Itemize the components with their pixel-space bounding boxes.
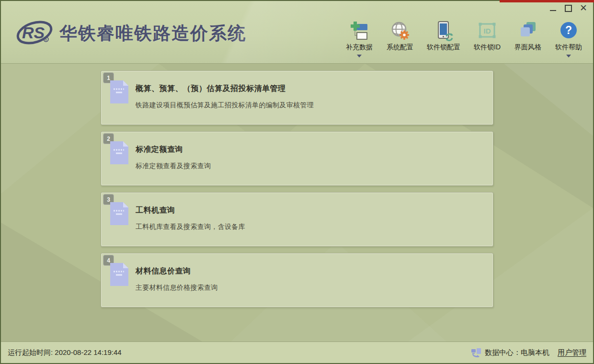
toolbar-item-software-help[interactable]: ? 软件帮助: [555, 20, 583, 60]
card-title: 标准定额查询: [136, 145, 483, 155]
svg-text:ID: ID: [484, 27, 491, 35]
card-title: 材料信息价查询: [136, 266, 483, 276]
phone-sync-icon: [433, 20, 454, 41]
toolbar: 补充数据: [345, 1, 583, 60]
toolbar-label: 补充数据: [346, 43, 373, 52]
close-button[interactable]: ✕: [580, 4, 587, 12]
svg-text:R: R: [45, 38, 47, 42]
window-controls: ✕: [549, 4, 587, 12]
card-description: 主要材料信息价格搜索查询: [136, 284, 483, 292]
run-start-value: 2020-08-22 14:19:44: [55, 348, 121, 356]
toolbar-item-softlock-id[interactable]: ID 软件锁ID: [473, 20, 501, 57]
toolbar-label: 界面风格: [514, 43, 541, 52]
card-standard-quota-query[interactable]: 2 标准定额查询 标准定额查看及搜索查询: [101, 131, 493, 186]
card-description: 标准定额查看及搜索查询: [136, 162, 483, 171]
toolbar-item-supplementary-data[interactable]: 补充数据: [345, 20, 373, 60]
document-icon: [109, 262, 129, 287]
toolbar-item-ui-style[interactable]: 界面风格: [514, 20, 542, 57]
card-title: 工料机查询: [136, 205, 483, 216]
run-start-time: 运行起始时间: 2020-08-22 14:19:44: [8, 348, 122, 357]
add-data-icon: [349, 20, 370, 41]
toolbar-label: 软件锁ID: [474, 43, 501, 52]
card-budget-management[interactable]: 1 概算、预算、（预）估算及招投标清单管理 铁路建设项目概预估算及施工招投标清单…: [101, 70, 493, 125]
document-icon: [109, 140, 129, 165]
card-labor-material-machine-query[interactable]: 3 工料机查询 工料机库查看及搜索查询，含设备库: [101, 192, 493, 247]
maximize-button[interactable]: [564, 4, 572, 12]
card-title: 概算、预算、（预）估算及招投标清单管理: [136, 84, 483, 94]
help-icon: ?: [558, 20, 579, 41]
toolbar-item-system-config[interactable]: 系统配置: [386, 20, 414, 57]
toolbar-label: 软件帮助: [555, 43, 582, 52]
app-logo-icon: RS R: [14, 17, 55, 50]
minimize-button[interactable]: [549, 4, 557, 12]
app-window: ✕ RS R 华铁睿唯铁路造价系统: [0, 0, 594, 364]
main-area: 1 概算、预算、（预）估算及招投标清单管理 铁路建设项目概预估算及施工招投标清单…: [1, 64, 593, 341]
data-center-icon: [471, 348, 481, 357]
chevron-down-icon[interactable]: [357, 55, 362, 60]
status-bar: 运行起始时间: 2020-08-22 14:19:44 数据中心：电脑本机 用户…: [1, 341, 593, 363]
toolbar-label: 系统配置: [387, 43, 413, 52]
document-icon: [109, 201, 129, 226]
card-description: 铁路建设项目概预估算及施工招投标清单的编制及审核管理: [136, 101, 483, 110]
toolbar-item-softlock-config[interactable]: 软件锁配置: [427, 20, 460, 57]
svg-text:RS: RS: [22, 23, 45, 42]
toolbar-label: 软件锁配置: [427, 43, 460, 52]
data-center-status: 数据中心：电脑本机: [485, 348, 549, 357]
card-list: 1 概算、预算、（预）估算及招投标清单管理 铁路建设项目概预估算及施工招投标清单…: [101, 70, 493, 314]
globe-gear-icon: [389, 20, 411, 41]
chevron-down-icon[interactable]: [566, 55, 571, 60]
user-management-link[interactable]: 用户管理: [558, 348, 586, 357]
header: RS R 华铁睿唯铁路造价系统 补充数据: [1, 1, 593, 64]
layers-icon: [517, 20, 538, 41]
id-frame-icon: ID: [477, 20, 498, 41]
background-window-edge: [500, 0, 594, 2]
card-material-price-query[interactable]: 4 材料信息价查询 主要材料信息价格搜索查询: [101, 253, 493, 307]
status-bar-right: 数据中心：电脑本机 用户管理: [471, 348, 586, 357]
document-icon: [109, 80, 129, 104]
card-description: 工料机库查看及搜索查询，含设备库: [136, 223, 483, 231]
brand: RS R 华铁睿唯铁路造价系统: [14, 17, 246, 50]
run-start-label: 运行起始时间:: [8, 348, 53, 356]
svg-text:?: ?: [565, 24, 572, 36]
app-title: 华铁睿唯铁路造价系统: [59, 22, 246, 46]
